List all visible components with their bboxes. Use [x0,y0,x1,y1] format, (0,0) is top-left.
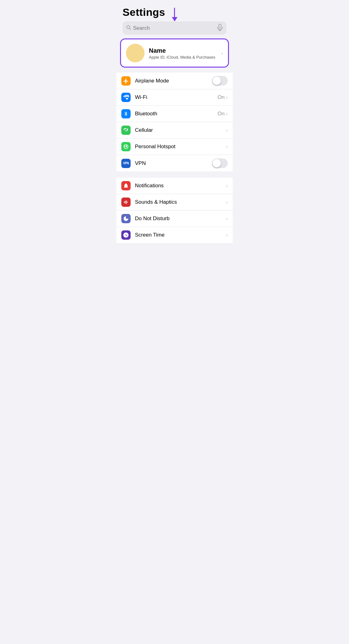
header: Settings [116,0,233,37]
system-section: Notifications › Sounds & Haptics › Do No… [116,178,233,243]
wifi-row[interactable]: Wi-Fi On › [116,89,233,106]
sounds-label: Sounds & Haptics [135,199,221,205]
cellular-chevron-icon: › [226,127,228,134]
sounds-row[interactable]: Sounds & Haptics › [116,194,233,211]
hotspot-label: Personal Hotspot [135,144,221,150]
bluetooth-value-wrap: On › [217,111,228,117]
screentime-chevron-icon: › [226,232,228,238]
bluetooth-value: On [217,111,225,117]
screentime-icon [121,230,131,240]
bluetooth-row[interactable]: Bluetooth On › [116,106,233,122]
wifi-value: On [217,94,225,100]
dnd-label: Do Not Disturb [135,215,221,222]
arrow-line [174,8,175,17]
notifications-icon [121,181,131,190]
arrow-head [172,17,177,21]
mic-icon[interactable] [217,24,223,32]
account-chevron-icon: › [221,50,223,56]
hotspot-chevron-icon: › [226,144,228,150]
screentime-row[interactable]: Screen Time › [116,227,233,243]
svg-line-1 [130,29,131,30]
cellular-row[interactable]: Cellular › [116,122,233,139]
svg-rect-2 [219,24,221,28]
cellular-label: Cellular [135,127,221,133]
bluetooth-label: Bluetooth [135,111,213,117]
airplane-mode-toggle[interactable] [212,76,228,86]
avatar [126,44,145,62]
hotspot-row[interactable]: Personal Hotspot › [116,139,233,155]
vpn-row[interactable]: VPN VPN [116,155,233,171]
screentime-label: Screen Time [135,232,221,238]
vpn-text: VPN [123,162,129,165]
airplane-mode-row[interactable]: Airplane Mode [116,73,233,89]
airplane-mode-knob [213,77,221,85]
dnd-chevron-icon: › [226,215,228,222]
notifications-row[interactable]: Notifications › [116,178,233,194]
notifications-chevron-icon: › [226,183,228,189]
wifi-label: Wi-Fi [135,94,213,100]
sounds-icon [121,198,131,207]
search-bar[interactable] [123,21,226,35]
account-info: Name Apple ID, iCloud, Media & Purchases [149,47,217,60]
arrow-annotation [172,8,177,21]
account-row[interactable]: Name Apple ID, iCloud, Media & Purchases… [121,39,228,67]
search-input[interactable] [133,25,215,31]
airplane-mode-icon [121,76,131,86]
vpn-label: VPN [135,160,208,167]
account-section[interactable]: Name Apple ID, iCloud, Media & Purchases… [120,38,229,68]
wifi-chevron-icon: › [226,94,228,101]
wifi-value-wrap: On › [217,94,228,101]
bluetooth-icon [121,109,131,118]
airplane-mode-label: Airplane Mode [135,78,208,84]
cellular-icon [121,126,131,135]
notifications-label: Notifications [135,183,221,189]
connectivity-section: Airplane Mode Wi-Fi On › [116,73,233,171]
vpn-knob [213,159,221,167]
vpn-toggle[interactable] [212,158,228,168]
account-subtitle: Apple ID, iCloud, Media & Purchases [149,55,217,60]
hotspot-icon [121,142,131,151]
dnd-icon [121,214,131,223]
dnd-row[interactable]: Do Not Disturb › [116,211,233,227]
bluetooth-chevron-icon: › [226,111,228,117]
account-name: Name [149,47,217,54]
sounds-chevron-icon: › [226,199,228,206]
search-icon [126,25,131,31]
vpn-icon: VPN [121,159,131,168]
wifi-icon [121,93,131,102]
